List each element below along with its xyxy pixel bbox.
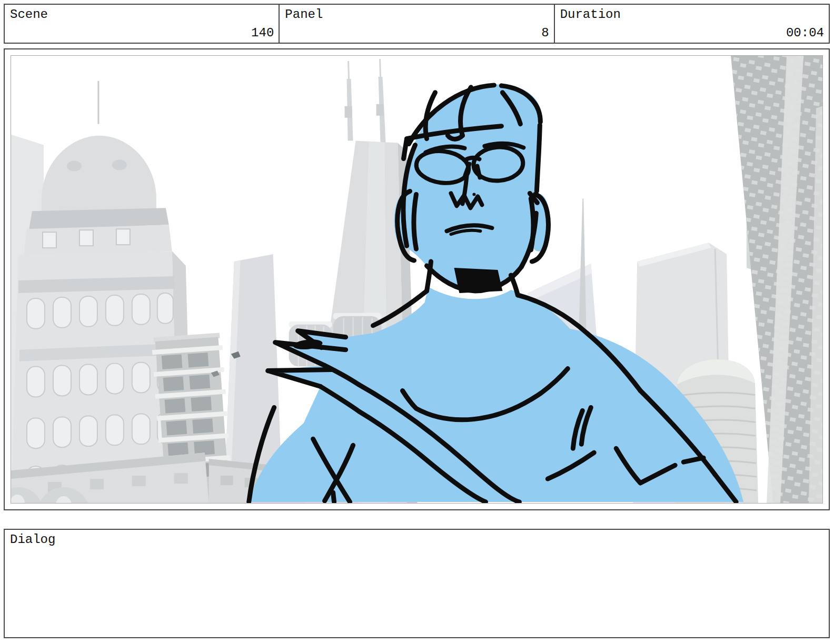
panel-label: Panel bbox=[285, 7, 323, 22]
duration-field[interactable]: Duration 00:04 bbox=[554, 5, 829, 43]
storyboard-drawing bbox=[11, 56, 822, 503]
dialog-box[interactable]: Dialog bbox=[4, 529, 830, 638]
panel-field[interactable]: Panel 8 bbox=[279, 5, 553, 43]
storyboard-image-panel bbox=[4, 48, 830, 510]
drawing-canvas[interactable] bbox=[11, 55, 823, 504]
storyboard-header: Scene 140 Panel 8 Duration 00:04 bbox=[4, 4, 830, 44]
scene-field[interactable]: Scene 140 bbox=[5, 5, 279, 43]
panel-value[interactable]: 8 bbox=[541, 26, 549, 40]
scene-value[interactable]: 140 bbox=[251, 26, 274, 40]
duration-value[interactable]: 00:04 bbox=[786, 26, 824, 40]
duration-label: Duration bbox=[560, 7, 621, 22]
scene-label: Scene bbox=[10, 7, 48, 22]
dialog-label: Dialog bbox=[10, 532, 55, 547]
